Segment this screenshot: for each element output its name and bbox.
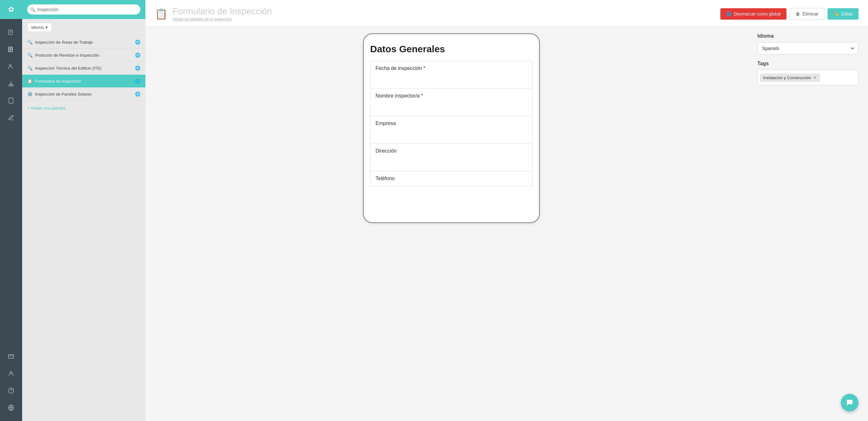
svg-point-7	[9, 64, 11, 66]
main-header: 📋 Formulario de Inspección Añade los det…	[146, 0, 868, 27]
nav-profile[interactable]	[4, 367, 18, 381]
language-select[interactable]: Spanish English French German	[757, 42, 859, 54]
page-subtitle: Añade los detalles de tu inspección	[173, 17, 272, 22]
search-input[interactable]	[27, 4, 141, 15]
item-form-icon: 📋	[27, 79, 33, 84]
svg-rect-11	[8, 355, 14, 358]
title-text-block: Formulario de Inspección Añade los detal…	[173, 6, 272, 22]
edit-button[interactable]: ✏️ Editar	[828, 8, 859, 20]
item-search-icon: 🔍	[27, 53, 33, 58]
svg-rect-8	[9, 85, 13, 86]
nav-download[interactable]	[4, 77, 18, 90]
main-body: Datos Generales Fecha de inspección * No…	[146, 27, 868, 421]
title-section: 📋 Formulario de Inspección Añade los det…	[155, 6, 272, 22]
sidebar-item-label: Inspección Técnica del Edificio (ITE)	[35, 66, 132, 71]
nav-items	[4, 19, 18, 349]
logo-icon: ✿	[8, 5, 14, 13]
nav-document[interactable]	[4, 25, 18, 39]
nav-bottom	[4, 349, 18, 421]
search-wrap: 🔍	[27, 4, 141, 15]
chat-bubble[interactable]	[841, 394, 859, 412]
pencil-icon: ✏️	[833, 11, 839, 17]
global-icon: 🌐	[135, 39, 141, 45]
tag-instalacion: Instalación y Construcción ✕	[760, 74, 819, 82]
idioma-chevron-icon: ▾	[45, 25, 48, 30]
global-icon: 🌐	[135, 79, 141, 84]
sidebar-toolbar: Idioma ▾	[22, 19, 146, 36]
sidebar-header: 🔍	[22, 0, 146, 19]
nav-users[interactable]	[4, 59, 18, 74]
globe-icon: 🌐	[726, 11, 732, 17]
btn-delete-label: Eliminar	[803, 11, 819, 17]
idioma-button[interactable]: Idioma ▾	[27, 23, 52, 32]
field-fecha: Fecha de inspección *	[370, 61, 533, 89]
nav-pencil[interactable]	[4, 111, 18, 125]
sidebar-list: 🔍 Inspección de Áreas de Trabajo 🌐 🔍 Pro…	[22, 36, 146, 421]
sidebar-item-inspeccion-areas[interactable]: 🔍 Inspección de Áreas de Trabajo 🌐	[22, 36, 146, 49]
item-search-icon: 🔍	[27, 65, 33, 71]
tags-panel-label: Tags	[757, 61, 859, 66]
phone-frame: Datos Generales Fecha de inspección * No…	[363, 33, 540, 223]
trash-icon: 🗑	[796, 11, 800, 17]
idioma-label: Idioma	[31, 25, 43, 30]
unmark-global-button[interactable]: 🌐 Desmarcar como global	[720, 8, 786, 20]
field-label: Dirección	[375, 148, 527, 154]
field-telefono: Teléfono	[370, 171, 533, 186]
sidebar-item-label: Formulario de Inspección	[35, 79, 132, 84]
tag-text: Instalación y Construcción	[763, 75, 811, 80]
sidebar-item-inspeccion-ite[interactable]: 🔍 Inspección Técnica del Edificio (ITE) …	[22, 62, 146, 75]
form-preview-wrap: Datos Generales Fecha de inspección * No…	[155, 33, 748, 415]
form-icon: 📋	[155, 8, 167, 20]
sidebar-item-label: Inspección de Áreas de Trabajo	[35, 40, 132, 45]
nav-globe[interactable]	[4, 401, 18, 415]
sidebar-item-label: Protocolo de Revisión e Inspección	[35, 53, 132, 58]
logo[interactable]: ✿	[0, 0, 22, 19]
side-nav: ✿	[0, 0, 22, 421]
right-panel: Idioma Spanish English French German Tag…	[757, 33, 859, 415]
sidebar-item-protocolo[interactable]: 🔍 Protocolo de Revisión e Inspección 🌐	[22, 49, 146, 62]
idioma-panel-label: Idioma	[757, 33, 859, 39]
form-section-title: Datos Generales	[370, 44, 533, 54]
field-direccion: Dirección	[370, 144, 533, 171]
page-title: Formulario de Inspección	[173, 6, 272, 17]
btn-edit-label: Editar	[841, 11, 853, 17]
global-icon: 🌐	[135, 53, 141, 58]
delete-button[interactable]: 🗑 Eliminar	[789, 8, 825, 20]
svg-rect-9	[9, 98, 13, 104]
field-label: Fecha de inspección *	[375, 65, 527, 71]
search-icon: 🔍	[30, 7, 35, 12]
field-label: Empresa	[375, 121, 527, 126]
nav-forms[interactable]	[4, 43, 18, 56]
field-label: Nombre inspector/a *	[375, 93, 527, 99]
nav-help[interactable]	[4, 384, 18, 398]
main-actions: 🌐 Desmarcar como global 🗑 Eliminar ✏️ Ed…	[720, 8, 859, 20]
sidebar-item-label: Inspección de Paneles Solares	[35, 92, 132, 96]
sidebar-item-formulario[interactable]: 📋 Formulario de Inspección 🌐	[22, 75, 146, 88]
tags-container: Instalación y Construcción ✕	[757, 69, 859, 85]
form-fields: Fecha de inspección * Nombre inspector/a…	[370, 61, 533, 186]
global-icon: 🌐	[135, 65, 141, 71]
field-nombre: Nombre inspector/a *	[370, 89, 533, 116]
sidebar-item-paneles[interactable]: ⚙️ Inspección de Paneles Solares 🌐	[22, 88, 146, 101]
nav-tablet[interactable]	[4, 94, 18, 108]
item-search-icon: 🔍	[27, 39, 33, 45]
main-area: 📋 Formulario de Inspección Añade los det…	[146, 0, 868, 421]
global-icon: 🌐	[135, 91, 141, 96]
field-label: Teléfono	[375, 176, 527, 181]
tag-remove-button[interactable]: ✕	[813, 75, 817, 80]
field-empresa: Empresa	[370, 116, 533, 144]
btn-unmark-label: Desmarcar como global	[734, 11, 781, 17]
sidebar: 🔍 Idioma ▾ 🔍 Inspección de Áreas de Trab…	[22, 0, 146, 421]
item-settings-icon: ⚙️	[27, 91, 33, 96]
nav-card[interactable]	[4, 349, 18, 363]
add-template-button[interactable]: + Añadir una plantilla	[22, 101, 146, 115]
